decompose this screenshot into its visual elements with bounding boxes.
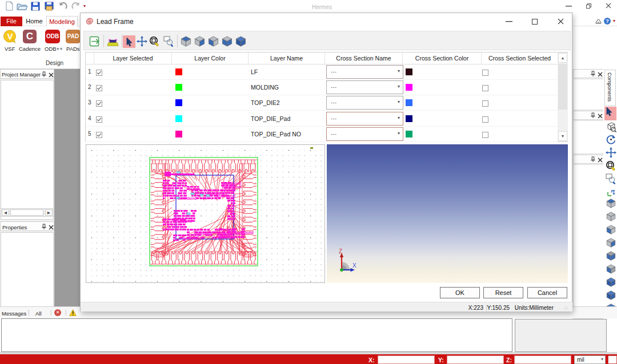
svg-text:downbond: downbond <box>217 194 235 198</box>
svg-text:Z: Z <box>339 248 342 254</box>
svg-text:V: V <box>7 31 13 41</box>
svg-text:z: z <box>611 188 613 193</box>
svg-text:downbond: downbond <box>235 230 254 234</box>
svg-text:downbond: downbond <box>178 196 197 200</box>
svg-text:X: X <box>352 262 356 269</box>
svg-text:downbond: downbond <box>173 219 192 223</box>
svg-text:downbond: downbond <box>182 236 201 240</box>
svg-text:downbond: downbond <box>194 232 213 236</box>
svg-text:downbond: downbond <box>222 185 241 189</box>
